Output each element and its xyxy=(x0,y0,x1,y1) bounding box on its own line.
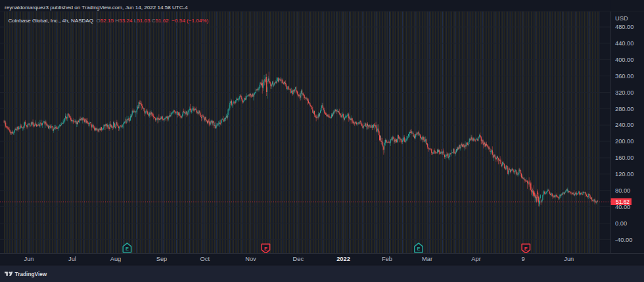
svg-text:Coinbase Global, Inc., 4h, NAS: Coinbase Global, Inc., 4h, NASDAQ O52.15… xyxy=(9,18,209,24)
svg-text:480.00: 480.00 xyxy=(615,24,633,30)
svg-text:E: E xyxy=(264,246,267,252)
svg-text:Jun: Jun xyxy=(24,256,34,262)
svg-text:Jun: Jun xyxy=(564,256,574,262)
svg-text:360.00: 360.00 xyxy=(615,73,633,80)
svg-text:Dec: Dec xyxy=(293,256,304,262)
svg-text:440.00: 440.00 xyxy=(615,40,633,47)
svg-text:400.00: 400.00 xyxy=(615,57,633,63)
svg-text:160.00: 160.00 xyxy=(615,154,633,161)
svg-text:reynaldomarquez3 published on: reynaldomarquez3 published on TradingVie… xyxy=(5,5,188,11)
svg-text:Oct: Oct xyxy=(200,256,210,262)
svg-text:Sep: Sep xyxy=(156,256,168,262)
svg-text:9: 9 xyxy=(521,256,524,262)
svg-text:E: E xyxy=(126,246,129,252)
svg-text:Nov: Nov xyxy=(245,256,256,262)
svg-text:200.00: 200.00 xyxy=(615,138,633,145)
svg-text:51.62: 51.62 xyxy=(616,199,630,205)
svg-text:Jul: Jul xyxy=(68,256,76,262)
svg-text:0.00: 0.00 xyxy=(615,220,627,227)
svg-text:Aug: Aug xyxy=(110,256,122,262)
svg-text:Apr: Apr xyxy=(471,256,480,262)
svg-text:E: E xyxy=(524,246,528,252)
svg-text:USD: USD xyxy=(615,15,628,22)
svg-text:Mar: Mar xyxy=(422,256,432,262)
svg-text:-40.00: -40.00 xyxy=(615,237,632,243)
svg-text:Feb: Feb xyxy=(382,256,392,262)
svg-text:240.00: 240.00 xyxy=(615,122,633,128)
svg-text:E: E xyxy=(417,246,420,252)
svg-text:120.00: 120.00 xyxy=(615,171,633,177)
svg-text:280.00: 280.00 xyxy=(615,106,633,112)
svg-text:TradingView: TradingView xyxy=(15,271,47,277)
svg-text:2022: 2022 xyxy=(336,256,350,262)
svg-text:80.00: 80.00 xyxy=(615,187,630,194)
svg-text:320.00: 320.00 xyxy=(615,89,633,96)
